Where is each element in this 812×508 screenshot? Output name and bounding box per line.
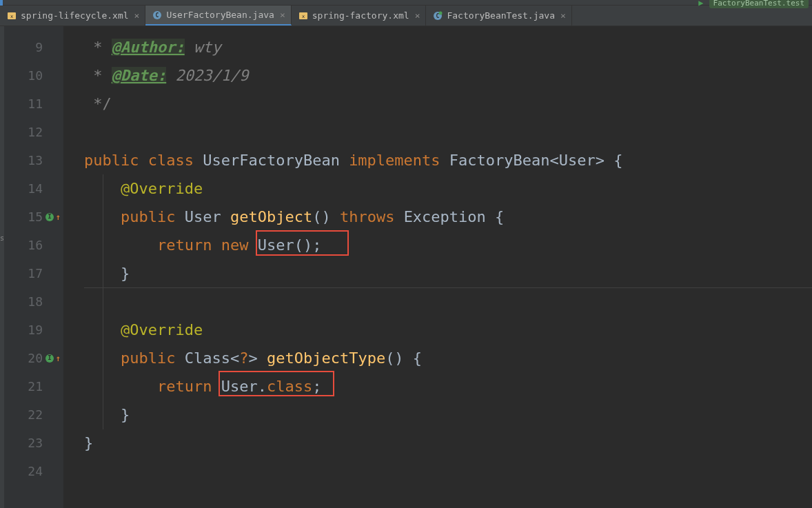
svg-point-8 [439,11,443,14]
code-line: public User getObject() throws Exception… [84,203,812,231]
line-number: 11 [4,90,63,118]
line-number: 10 [4,61,63,90]
close-icon[interactable]: × [280,10,285,20]
xml-icon: x [298,11,308,21]
implements-icon[interactable]: I [45,354,54,363]
code-line: @Override [84,316,812,344]
code-line: */ [84,90,812,118]
line-number: 20 I ↑ [4,344,63,372]
line-number: 24 [4,457,63,485]
code-line: } [84,259,812,287]
code-line: return User.class; [84,372,812,400]
code-line: * @Author: wty [84,33,812,61]
code-line: @Override [84,174,812,203]
code-line: } [63,429,812,457]
tab-label: FactoryBeanTest.java [447,10,555,21]
line-number: 19 [4,316,63,344]
run-play-icon[interactable]: ▶ [698,0,703,8]
line-number: 21 [4,372,63,400]
code-line: public Class<?> getObjectType() { [84,344,812,372]
close-icon[interactable]: × [560,10,566,21]
xml-icon: x [7,11,17,21]
line-number: 17 [4,259,63,287]
code-line: * @Date: 2023/1/9 [84,61,812,90]
java-test-icon: C [433,11,443,21]
svg-text:x: x [302,14,305,19]
line-number: 16 [4,231,63,259]
tab-spring-lifecycle[interactable]: x spring-lifecycle.xml × [0,6,145,26]
indent-guide [103,174,103,429]
tab-label: spring-lifecycle.xml [21,10,129,21]
override-up-icon[interactable]: ↑ [56,344,61,372]
close-icon[interactable]: × [134,10,140,21]
code-line: return new User(); [84,231,812,259]
left-edge-indicator [0,0,3,6]
gutter[interactable]: 9 10 11 12 13 14 15 I ↑ 16 17 18 19 20 I… [4,26,63,508]
code-line: public class UserFactoryBean implements … [63,146,812,174]
svg-text:x: x [10,14,13,19]
run-configuration[interactable]: FactoryBeanTest.test [709,0,809,8]
tab-userfactorybean[interactable]: C UserFactoryBean.java × [145,6,291,26]
editor-area: ss 9 10 11 12 13 14 15 I ↑ 16 17 18 19 2… [0,26,812,508]
line-number: 13 [4,146,63,174]
override-up-icon[interactable]: ↑ [56,203,61,231]
tab-spring-factory[interactable]: x spring-factory.xml × [292,6,427,26]
java-icon: C [152,10,162,20]
code-line [84,287,812,316]
svg-text:C: C [436,13,440,19]
svg-text:C: C [156,12,159,19]
line-number: 12 [4,118,63,146]
implements-icon[interactable]: I [45,213,54,221]
tab-label: UserFactoryBean.java [166,10,274,20]
code-line: } [84,400,812,429]
tab-label: spring-factory.xml [312,10,409,21]
tab-factorybeantest[interactable]: C FactoryBeanTest.java × [426,6,571,26]
line-number: 23 [4,429,63,457]
line-number: 22 [4,400,63,429]
code-area[interactable]: * @Author: wty * @Date: 2023/1/9 */ publ… [63,26,812,508]
line-number: 15 I ↑ [4,203,63,231]
close-icon[interactable]: × [415,10,420,21]
editor-tabs: x spring-lifecycle.xml × C UserFactoryBe… [0,6,812,26]
breadcrumb-bar: ▶ FactoryBeanTest.test [0,0,812,6]
code-line [84,118,812,146]
line-number: 9 [4,33,63,61]
line-number: 18 [4,287,63,316]
line-number: 14 [4,174,63,203]
code-line [84,457,812,485]
